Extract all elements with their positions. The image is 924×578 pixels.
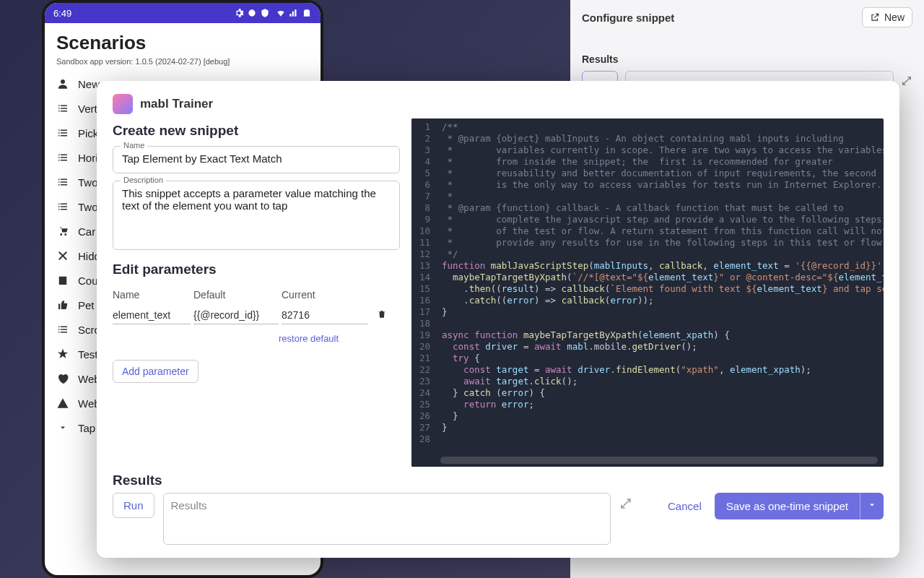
scenario-item-label: Two [78, 201, 98, 213]
editor-code[interactable]: /** * @param {object} mablInputs - An ob… [436, 118, 884, 467]
calendar-icon [56, 274, 69, 287]
expand-results-icon[interactable] [619, 497, 632, 510]
new-button[interactable]: New [862, 7, 912, 27]
thumb-icon [56, 298, 69, 311]
scenario-item-label: Hori [78, 152, 98, 164]
list-icon [56, 200, 69, 213]
list-icon [56, 151, 69, 164]
snippet-desc-input[interactable]: This snippet accepts a parameter value m… [122, 187, 391, 239]
param-row: element_text{{@record_id}}82716 [113, 305, 400, 329]
svg-point-0 [248, 9, 255, 16]
scenario-item-label: Test [78, 348, 98, 361]
circle-icon [247, 8, 257, 18]
list-icon [56, 176, 69, 189]
desc-label: Description [121, 176, 166, 184]
code-editor[interactable]: 1234567891011121314151617181920212223242… [411, 118, 884, 467]
name-field-group: Name [113, 146, 400, 173]
delete-icon[interactable] [377, 309, 387, 319]
params-header-row: Name Default Current [113, 285, 400, 305]
run-button[interactable]: Run [113, 493, 154, 518]
chevron-down-icon [868, 501, 876, 509]
page-title: Scenarios [56, 32, 309, 54]
new-button-label: New [884, 12, 905, 23]
wifi-icon [276, 8, 286, 18]
editor-gutter: 1234567891011121314151617181920212223242… [411, 118, 436, 467]
external-link-icon [870, 12, 880, 22]
results-heading: Results [113, 473, 884, 488]
snippet-name-input[interactable] [122, 152, 391, 165]
warn-icon [56, 397, 69, 410]
params-heading: Edit parameters [113, 262, 400, 277]
phone-header: Scenarios Sandbox app version: 1.0.5 (20… [45, 23, 321, 69]
chevron-icon [56, 421, 69, 434]
results-output[interactable]: Results [163, 493, 611, 545]
params-col-default: Default [193, 289, 279, 301]
results-placeholder: Results [171, 499, 207, 512]
list-icon [56, 102, 69, 115]
bottom-section: Results Run Results Cancel Save as one-t… [113, 473, 884, 545]
save-button-group: Save as one-time snippet [715, 493, 884, 519]
create-heading: Create new snippet [113, 123, 400, 139]
list-icon [56, 323, 69, 336]
name-label: Name [121, 141, 147, 150]
phone-statusbar: 6:49 [45, 3, 321, 23]
save-dropdown-button[interactable] [860, 493, 884, 519]
gear-icon [234, 8, 244, 18]
params-col-name: Name [113, 289, 191, 301]
list-icon [56, 126, 69, 139]
statusbar-time: 6:49 [53, 8, 71, 19]
configure-title: Configure snippet [582, 12, 674, 24]
restore-default-link[interactable]: restore default [279, 333, 400, 344]
save-button[interactable]: Save as one-time snippet [715, 493, 860, 519]
param-default[interactable]: {{@record_id}} [193, 309, 279, 324]
horizontal-scrollbar[interactable] [440, 457, 878, 464]
battery-icon [302, 8, 312, 18]
scenario-item-label: Two [78, 176, 98, 189]
shield-icon [260, 8, 270, 18]
param-name[interactable]: element_text [113, 309, 191, 324]
results-label: Results [582, 53, 912, 65]
heart-icon [56, 372, 69, 385]
params-col-current: Current [282, 289, 368, 301]
scenario-item-label: Pick [78, 127, 98, 139]
snippet-editor-modal: mabl Trainer Create new snippet Name Des… [97, 81, 899, 558]
close-icon [56, 249, 69, 262]
mabl-logo-icon [113, 94, 133, 114]
statusbar-icons [234, 8, 312, 18]
modal-app-title: mabl Trainer [140, 97, 213, 111]
signal-icon [289, 8, 299, 18]
cancel-button[interactable]: Cancel [668, 500, 702, 512]
add-parameter-button[interactable]: Add parameter [113, 360, 199, 383]
param-current[interactable]: 82716 [282, 309, 368, 324]
app-version: Sandbox app version: 1.0.5 (2024-02-27) … [56, 57, 309, 66]
cart-icon [56, 225, 69, 238]
expand-icon[interactable] [901, 75, 912, 87]
person-icon [56, 77, 69, 90]
star-icon [56, 348, 69, 361]
desc-field-group: Description This snippet accepts a param… [113, 181, 400, 250]
